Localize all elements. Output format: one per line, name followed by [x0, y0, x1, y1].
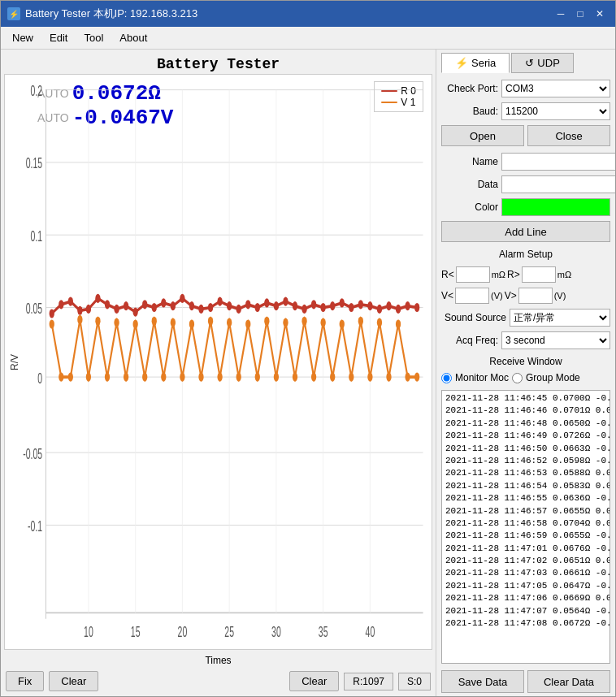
svg-point-54 — [264, 298, 269, 307]
svg-point-34 — [77, 306, 82, 315]
r-less-unit: mΩ — [492, 270, 505, 279]
save-data-button[interactable]: Save Data — [441, 670, 524, 693]
color-label: Color — [441, 201, 498, 213]
svg-point-91 — [236, 373, 241, 382]
alarm-title: Alarm Setup — [441, 249, 610, 260]
svg-text:40: 40 — [366, 623, 375, 640]
r-greater-label: R> — [507, 269, 520, 280]
svg-point-57 — [293, 301, 297, 310]
svg-point-77 — [105, 373, 110, 382]
log-window[interactable]: 2021-11-28 11:46:45 0.0700Ω -0.0485V2021… — [441, 390, 610, 664]
list-item: 2021-11-28 11:46:53 0.0588Ω 0.0000V — [445, 467, 606, 479]
svg-point-79 — [124, 373, 128, 382]
svg-point-59 — [311, 300, 316, 309]
right-panel: ⚡ Seria ↺ UDP Check Port: COM3 Baud: — [436, 50, 615, 696]
svg-point-48 — [208, 303, 213, 312]
sound-source-select[interactable]: 正常/异常 — [510, 309, 610, 327]
data-input[interactable] — [501, 175, 615, 193]
fix-button[interactable]: Fix — [6, 671, 44, 691]
svg-point-74 — [77, 315, 82, 324]
baud-select[interactable]: 115200 — [501, 102, 610, 120]
baud-label: Baud: — [441, 106, 498, 117]
svg-point-101 — [330, 373, 335, 382]
v-less-input[interactable] — [455, 288, 489, 304]
v-greater-input[interactable] — [518, 288, 553, 304]
name-input[interactable] — [501, 153, 615, 171]
svg-point-56 — [283, 297, 288, 305]
tab-bar: ⚡ Seria ↺ UDP — [441, 53, 610, 73]
svg-point-33 — [68, 297, 73, 305]
svg-point-89 — [217, 373, 222, 382]
list-item: 2021-11-28 11:46:45 0.0700Ω -0.0485V — [445, 392, 606, 405]
v-less-label: V< — [441, 290, 453, 301]
v-greater-label: V> — [505, 290, 517, 301]
svg-point-49 — [217, 297, 222, 305]
main-window: ⚡ Battery Tester 本机IP: 192.168.3.213 ─ □… — [0, 0, 616, 697]
check-port-select[interactable]: COM3 — [501, 80, 610, 97]
svg-point-71 — [50, 319, 54, 328]
r-greater-unit: mΩ — [557, 270, 571, 279]
tab-seria[interactable]: ⚡ Seria — [441, 53, 510, 73]
svg-point-76 — [95, 317, 100, 326]
svg-text:0.05: 0.05 — [26, 300, 42, 317]
save-clear-row: Save Data Clear Data — [441, 670, 610, 693]
r-less-label: R< — [441, 269, 454, 280]
svg-point-93 — [255, 373, 260, 382]
list-item: 2021-11-28 11:47:03 0.0661Ω -0.0378V — [445, 567, 606, 579]
clear1-button[interactable]: Clear — [49, 671, 98, 691]
r-less-input[interactable] — [456, 266, 490, 283]
acq-freq-row: Acq Freq: 3 second — [441, 331, 610, 349]
svg-point-43 — [161, 298, 166, 307]
clear2-button[interactable]: Clear — [289, 671, 339, 691]
svg-text:25: 25 — [224, 623, 234, 640]
title-bar-left: ⚡ Battery Tester 本机IP: 192.168.3.213 — [7, 6, 197, 21]
svg-point-51 — [236, 305, 241, 314]
svg-point-108 — [396, 319, 401, 328]
svg-point-72 — [59, 373, 63, 382]
list-item: 2021-11-28 11:47:01 0.0676Ω -0.0342V — [445, 543, 606, 555]
close-button[interactable]: ✕ — [591, 5, 609, 23]
svg-point-38 — [114, 305, 119, 314]
svg-text:35: 35 — [319, 623, 328, 640]
monitor-mode-radio[interactable] — [441, 373, 452, 383]
chart-title: Battery Tester — [4, 53, 432, 74]
open-button[interactable]: Open — [441, 125, 524, 146]
svg-text:0.2: 0.2 — [31, 82, 43, 99]
menu-new[interactable]: New — [4, 28, 41, 47]
clear-data-button[interactable]: Clear Data — [527, 670, 610, 693]
svg-point-39 — [124, 301, 128, 310]
svg-point-82 — [152, 317, 157, 326]
tab-udp[interactable]: ↺ UDP — [511, 53, 573, 73]
svg-point-94 — [264, 317, 269, 326]
color-picker[interactable] — [501, 198, 610, 216]
list-item: 2021-11-28 11:46:55 0.0636Ω -0.0414V — [445, 492, 606, 504]
menu-edit[interactable]: Edit — [41, 28, 76, 47]
svg-text:0.1: 0.1 — [31, 227, 43, 244]
svg-point-98 — [301, 317, 306, 326]
svg-point-35 — [86, 305, 91, 314]
minimize-button[interactable]: ─ — [552, 5, 570, 23]
svg-text:10: 10 — [84, 623, 93, 640]
svg-point-100 — [321, 318, 326, 327]
menu-tool[interactable]: Tool — [76, 28, 111, 47]
sound-source-row: Sound Source 正常/异常 — [441, 309, 610, 327]
svg-point-104 — [358, 317, 363, 326]
acq-freq-select[interactable]: 3 second — [501, 331, 610, 349]
svg-point-40 — [133, 308, 138, 317]
group-mode-radio[interactable] — [512, 373, 523, 383]
svg-text:20: 20 — [178, 623, 188, 640]
chart-svg: 0.2 0.15 0.1 0.05 0 -0.05 -0.1 10 15 20 … — [5, 75, 432, 649]
svg-text:-0.05: -0.05 — [23, 444, 42, 461]
name-label: Name — [441, 156, 498, 167]
add-line-button[interactable]: Add Line — [441, 221, 610, 242]
close-button[interactable]: Close — [527, 125, 610, 146]
svg-point-84 — [171, 318, 176, 327]
list-item: 2021-11-28 11:46:57 0.0655Ω 0.0000V — [445, 505, 606, 517]
maximize-button[interactable]: □ — [571, 5, 589, 23]
sound-source-label: Sound Source — [441, 312, 506, 323]
r-greater-input[interactable] — [522, 266, 556, 283]
window-title: Battery Tester 本机IP: 192.168.3.213 — [25, 6, 197, 21]
menu-about[interactable]: About — [111, 28, 155, 47]
svg-point-110 — [414, 373, 419, 382]
chart-area: R/V AUTO 0.0672Ω AUTO -0.0467V — [4, 74, 432, 650]
